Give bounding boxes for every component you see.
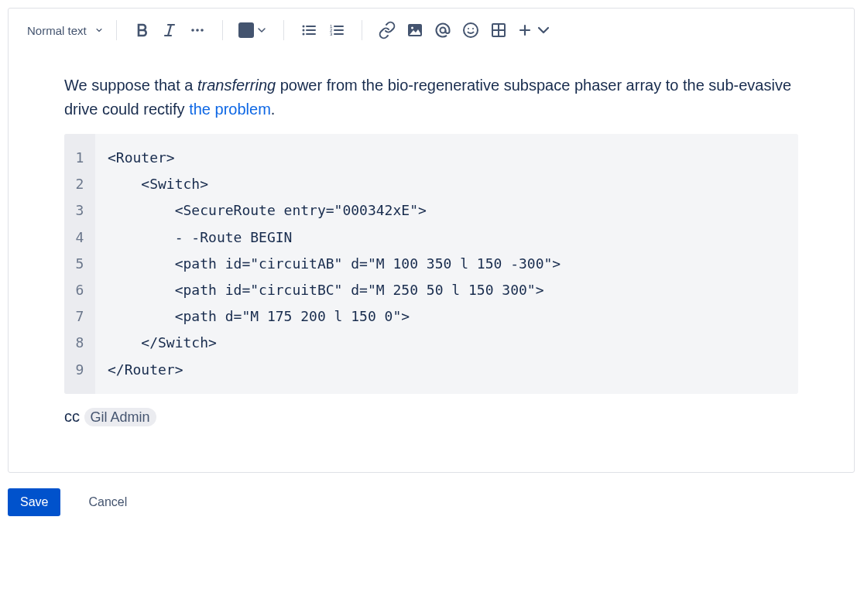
svg-point-0 xyxy=(191,29,194,32)
toolbar-separator xyxy=(116,20,117,40)
code-line: <Switch> xyxy=(108,171,561,197)
svg-text:3: 3 xyxy=(330,32,333,36)
line-number: 3 xyxy=(74,197,86,224)
line-number: 2 xyxy=(74,171,86,197)
line-number: 7 xyxy=(74,303,86,330)
text-color-button[interactable] xyxy=(235,18,271,43)
mention-button[interactable] xyxy=(430,18,455,43)
svg-point-14 xyxy=(472,28,474,29)
code-line: <path id="circuitAB" d="M 100 350 l 150 … xyxy=(108,251,561,277)
chevron-down-icon xyxy=(94,24,104,37)
text: We suppose that a xyxy=(64,77,197,94)
code-line: </Switch> xyxy=(108,330,561,356)
save-button[interactable]: Save xyxy=(8,488,60,516)
svg-point-13 xyxy=(468,28,469,29)
link-button[interactable] xyxy=(375,18,399,43)
mention-chip[interactable]: Gil Admin xyxy=(84,408,156,426)
text: . xyxy=(271,101,276,118)
image-button[interactable] xyxy=(403,18,427,43)
bold-button[interactable] xyxy=(129,18,154,43)
cc-prefix: cc xyxy=(64,408,84,425)
insert-more-button[interactable] xyxy=(514,18,554,43)
emoji-button[interactable] xyxy=(458,18,483,43)
svg-point-3 xyxy=(302,26,304,28)
paragraph: We suppose that a transferring power fro… xyxy=(64,74,798,121)
text-style-dropdown[interactable]: Normal text xyxy=(21,18,110,43)
editor-card: Normal text xyxy=(8,8,855,473)
italic-text: transferring xyxy=(197,77,276,94)
text-color-swatch xyxy=(238,22,254,38)
code-line: - -Route BEGIN xyxy=(108,224,561,251)
code-line: <path id="circuitBC" d="M 250 50 l 150 3… xyxy=(108,277,561,303)
code-line: <SecureRoute entry="000342xE"> xyxy=(108,197,561,224)
table-button[interactable] xyxy=(486,18,511,43)
line-number: 8 xyxy=(74,330,86,356)
cancel-button[interactable]: Cancel xyxy=(76,488,139,516)
svg-point-5 xyxy=(302,33,304,36)
toolbar-separator xyxy=(222,20,223,40)
cc-line: cc Gil Admin xyxy=(64,408,798,426)
line-number: 6 xyxy=(74,277,86,303)
more-formatting-button[interactable] xyxy=(185,18,210,43)
code-line: </Router> xyxy=(108,357,561,383)
line-number: 9 xyxy=(74,357,86,383)
bullet-list-button[interactable] xyxy=(297,18,321,43)
toolbar-separator xyxy=(283,20,284,40)
svg-point-4 xyxy=(302,29,304,32)
line-number-gutter: 1 2 3 4 5 6 7 8 9 xyxy=(64,134,95,394)
svg-point-12 xyxy=(464,23,478,37)
line-number: 1 xyxy=(74,145,86,171)
chevron-down-icon xyxy=(255,21,268,39)
toolbar-separator xyxy=(362,20,362,40)
svg-point-1 xyxy=(196,29,199,32)
numbered-list-button[interactable]: 123 xyxy=(324,18,349,43)
chevron-down-icon xyxy=(534,21,553,39)
editor-toolbar: Normal text xyxy=(9,9,854,46)
code-line: <path d="M 175 200 l 150 0"> xyxy=(108,303,561,330)
line-number: 5 xyxy=(74,251,86,277)
editor-content[interactable]: We suppose that a transferring power fro… xyxy=(9,46,854,472)
svg-point-10 xyxy=(411,27,413,29)
line-number: 4 xyxy=(74,224,86,251)
code-block: 1 2 3 4 5 6 7 8 9 <Router> <Switch> <Sec… xyxy=(64,134,798,394)
italic-button[interactable] xyxy=(157,18,182,43)
svg-point-11 xyxy=(440,28,445,33)
text-style-label: Normal text xyxy=(27,24,87,37)
link[interactable]: the problem xyxy=(189,101,271,118)
svg-point-2 xyxy=(201,29,204,32)
code-content[interactable]: <Router> <Switch> <SecureRoute entry="00… xyxy=(95,134,573,394)
code-line: <Router> xyxy=(108,145,561,171)
editor-actions: Save Cancel xyxy=(8,473,856,524)
